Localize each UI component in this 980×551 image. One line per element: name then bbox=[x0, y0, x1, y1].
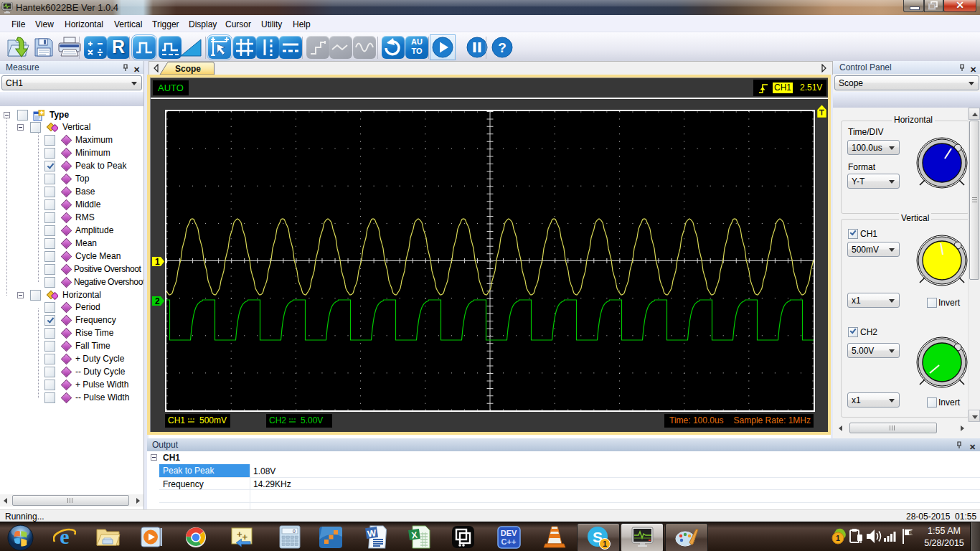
svg-text:DEV: DEV bbox=[501, 529, 517, 537]
svg-text:1: 1 bbox=[603, 540, 607, 548]
svg-text:?: ? bbox=[498, 40, 507, 55]
svg-text:1: 1 bbox=[836, 534, 840, 542]
svg-text:C++: C++ bbox=[501, 537, 517, 546]
svg-text:1: 1 bbox=[155, 257, 160, 266]
svg-text:0: 0 bbox=[293, 529, 296, 534]
svg-text:2: 2 bbox=[155, 296, 160, 306]
